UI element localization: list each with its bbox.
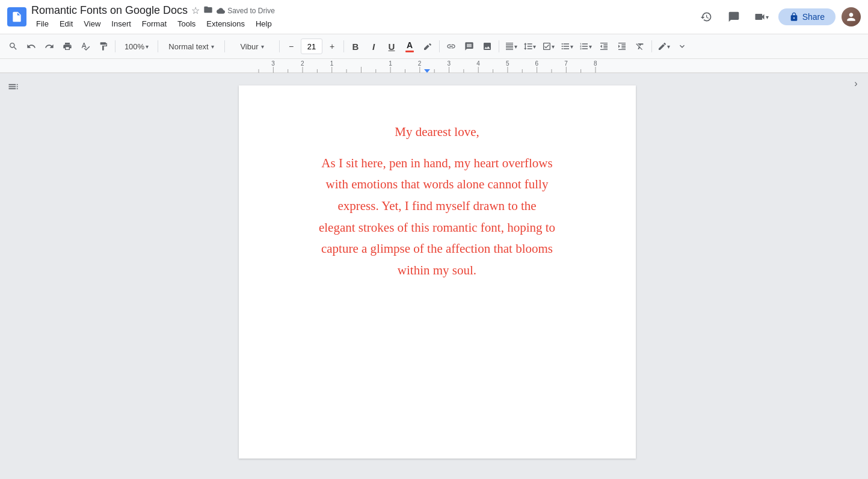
undo-button[interactable] — [23, 37, 40, 55]
doc-line-4: express. Yet, I find myself drawn to the — [287, 196, 588, 217]
zoom-selector[interactable]: 100% ▾ — [119, 37, 155, 55]
search-button[interactable] — [5, 37, 22, 55]
font-selector[interactable]: Vibur ▾ — [228, 37, 276, 55]
font-chevron: ▾ — [261, 43, 264, 50]
font-size-increase[interactable]: + — [324, 37, 340, 55]
format-paint-button[interactable] — [95, 37, 112, 55]
ruler — [0, 59, 868, 73]
saved-status: Saved to Drive — [217, 7, 275, 15]
divider7 — [499, 40, 499, 52]
doc-container[interactable]: My dearest love, As I sit here, pen in h… — [30, 73, 844, 479]
title-area: Romantic Fonts on Google Docs ☆ Saved to… — [31, 4, 691, 29]
doc-content[interactable]: My dearest love, As I sit here, pen in h… — [287, 122, 588, 282]
doc-line-3: with emotions that words alone cannot fu… — [287, 174, 588, 196]
divider3 — [224, 40, 225, 52]
spellcheck-button[interactable] — [77, 37, 94, 55]
font-size-input[interactable] — [301, 39, 322, 54]
divider8 — [651, 40, 652, 52]
font-size-area: − + — [283, 37, 340, 55]
increase-indent-button[interactable] — [614, 37, 630, 55]
divider1 — [115, 40, 115, 52]
underline-button[interactable]: U — [383, 37, 400, 55]
doc-line-5: elegant strokes of this romantic font, h… — [287, 217, 588, 239]
history-button[interactable] — [695, 6, 717, 28]
decrease-indent-button[interactable] — [596, 37, 612, 55]
doc-line-7: within my soul. — [287, 260, 588, 282]
doc-icon — [7, 7, 26, 26]
top-bar: Romantic Fonts on Google Docs ☆ Saved to… — [0, 0, 868, 34]
top-right-actions: ▾ Share — [695, 6, 861, 28]
doc-line-6: capture a glimpse of the affection that … — [287, 238, 588, 260]
numbered-list-button[interactable]: ▾ — [577, 37, 594, 55]
divider4 — [279, 40, 280, 52]
comment-button[interactable] — [723, 6, 745, 28]
style-selector[interactable]: Normal text ▾ — [161, 37, 221, 55]
line-spacing-button[interactable]: ▾ — [521, 37, 538, 55]
toolbar: 100% ▾ Normal text ▾ Vibur ▾ − + B I U A — [0, 34, 868, 59]
collapse-panel-button[interactable]: › — [852, 76, 860, 91]
menu-bar: File Edit View Insert Format Tools Exten… — [31, 18, 691, 29]
menu-file[interactable]: File — [31, 18, 54, 29]
left-panel — [0, 73, 30, 479]
align-button[interactable]: ▾ — [502, 37, 520, 55]
menu-tools[interactable]: Tools — [173, 18, 200, 29]
divider6 — [439, 40, 440, 52]
menu-format[interactable]: Format — [137, 18, 171, 29]
edit-mode-button[interactable]: ▾ — [655, 37, 673, 55]
image-button[interactable] — [479, 37, 496, 55]
menu-edit[interactable]: Edit — [55, 18, 78, 29]
checklist-button[interactable]: ▾ — [540, 37, 557, 55]
doc-title[interactable]: Romantic Fonts on Google Docs — [31, 4, 188, 17]
divider2 — [158, 40, 158, 52]
doc-line-1: My dearest love, — [287, 122, 588, 143]
italic-button[interactable]: I — [365, 37, 382, 55]
share-button[interactable]: Share — [778, 8, 836, 25]
print-button[interactable] — [59, 37, 76, 55]
zoom-chevron: ▾ — [146, 43, 149, 50]
doc-line-2: As I sit here, pen in hand, my heart ove… — [287, 153, 588, 175]
style-chevron: ▾ — [211, 43, 214, 50]
right-panel: › — [844, 73, 868, 479]
menu-help[interactable]: Help — [251, 18, 277, 29]
bullet-list-button[interactable]: ▾ — [558, 37, 576, 55]
comment-inline-button[interactable] — [461, 37, 478, 55]
text-color-indicator — [405, 51, 414, 52]
camera-button[interactable]: ▾ — [751, 6, 772, 28]
outline-toggle[interactable] — [7, 81, 19, 96]
divider5 — [343, 40, 344, 52]
menu-insert[interactable]: Insert — [106, 18, 136, 29]
user-avatar[interactable] — [842, 7, 861, 26]
clear-format-button[interactable] — [632, 37, 648, 55]
main-area: My dearest love, As I sit here, pen in h… — [0, 73, 868, 479]
collapse-toolbar-button[interactable] — [674, 37, 691, 55]
bold-button[interactable]: B — [347, 37, 364, 55]
menu-view[interactable]: View — [79, 18, 105, 29]
doc-title-row: Romantic Fonts on Google Docs ☆ Saved to… — [31, 4, 691, 17]
highlight-button[interactable] — [419, 37, 436, 55]
ruler-canvas — [0, 59, 868, 73]
menu-extensions[interactable]: Extensions — [202, 18, 250, 29]
star-icon[interactable]: ☆ — [191, 5, 200, 16]
doc-page: My dearest love, As I sit here, pen in h… — [239, 85, 636, 459]
font-size-decrease[interactable]: − — [283, 37, 300, 55]
redo-button[interactable] — [41, 37, 58, 55]
text-color-button[interactable]: A — [401, 37, 418, 55]
folder-icon[interactable] — [203, 5, 213, 17]
link-button[interactable] — [443, 37, 460, 55]
